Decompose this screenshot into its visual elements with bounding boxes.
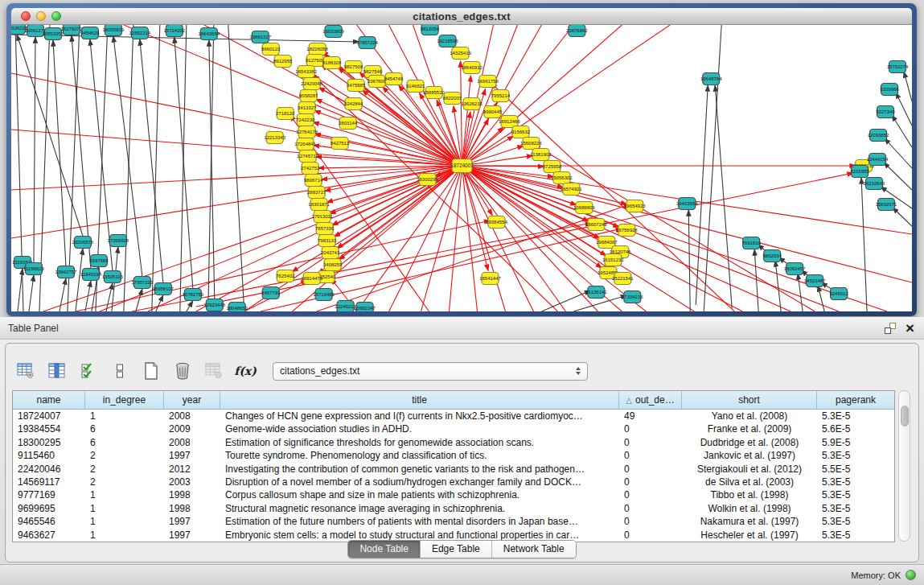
network-node[interactable]: 17957223	[132, 277, 154, 289]
network-node[interactable]: 13942757	[55, 266, 77, 278]
network-node[interactable]: 2742753	[301, 163, 320, 175]
minimize-window-icon[interactable]	[36, 11, 46, 21]
network-node[interactable]: 16648784	[700, 73, 722, 85]
network-node[interactable]: 12764178	[296, 126, 318, 138]
column-header-title[interactable]: title	[220, 391, 619, 410]
network-node[interactable]: 8725958	[543, 161, 562, 173]
table-row[interactable]: 1938455462009Genome-wide association stu…	[13, 422, 894, 435]
network-node[interactable]: 18301871	[308, 199, 330, 211]
column-header-name[interactable]: name	[13, 391, 85, 410]
network-node[interactable]: 18724007	[450, 159, 474, 173]
table-row[interactable]: 1456911722003Disruption of a novel membe…	[13, 476, 894, 488]
network-node[interactable]: 10688809	[573, 202, 595, 214]
network-node[interactable]: 9990445	[483, 106, 503, 118]
network-node[interactable]: 12093852	[868, 130, 889, 142]
network-node[interactable]: 15608226	[520, 138, 542, 150]
network-node[interactable]: 9806714	[304, 175, 323, 187]
network-node[interactable]: 9329966	[880, 84, 899, 96]
network-node[interactable]: 15724202	[164, 25, 186, 37]
network-node[interactable]: 9156632	[511, 126, 531, 138]
network-node[interactable]: 12444154	[867, 154, 889, 166]
unselect-all-icon[interactable]	[109, 360, 130, 381]
network-node[interactable]: 3408259	[323, 259, 343, 271]
network-node[interactable]: 18226058	[306, 43, 328, 56]
network-node[interactable]: 8215955	[850, 166, 869, 178]
network-node[interactable]: 12652214	[129, 27, 151, 39]
network-node[interactable]: 12745712	[297, 150, 318, 163]
network-node[interactable]: 19384554	[486, 216, 507, 229]
show-columns-icon[interactable]	[47, 360, 68, 381]
select-all-icon[interactable]	[78, 360, 99, 381]
network-node[interactable]: 15276072	[61, 25, 83, 35]
new-table-icon[interactable]	[141, 360, 162, 381]
network-node[interactable]: 12923448	[203, 299, 225, 311]
network-node[interactable]: 16914479	[301, 273, 322, 285]
network-node[interactable]: 15885520	[423, 87, 445, 99]
network-node[interactable]: 20876862	[566, 25, 588, 37]
network-node[interactable]: 16210643	[864, 178, 885, 190]
network-node[interactable]: 17913011	[312, 211, 334, 223]
network-node[interactable]: 22420046	[301, 78, 322, 90]
network-node[interactable]: 9457791	[261, 287, 281, 299]
memory-ok-icon[interactable]	[906, 570, 916, 580]
network-node[interactable]: 7625402	[276, 270, 295, 282]
column-header-out_de[interactable]: △out_de…	[619, 391, 682, 410]
network-node[interactable]: 12249217	[335, 301, 356, 312]
network-canvas[interactable]: 1822605891275081654338222420046805828734…	[11, 25, 912, 311]
network-node[interactable]: 8427512	[331, 138, 350, 150]
network-node[interactable]: 9245012	[829, 288, 848, 300]
tab-network-table[interactable]: Network Table	[492, 541, 576, 558]
network-node[interactable]: 3475685	[347, 80, 366, 92]
network-node[interactable]: 2883727	[307, 187, 326, 199]
tab-edge-table[interactable]: Edge Table	[421, 541, 492, 558]
network-node[interactable]: 19218596	[437, 35, 458, 47]
network-node[interactable]: 19756928	[616, 225, 638, 237]
network-node[interactable]: 8813054	[421, 25, 440, 35]
network-node[interactable]: 8822037	[443, 93, 462, 105]
table-row[interactable]: 1830029562008Estimation of significance …	[13, 436, 894, 449]
network-node[interactable]: 9827508	[344, 61, 363, 73]
network-node[interactable]: 16092457	[784, 263, 806, 275]
network-node[interactable]: 15692971	[876, 199, 897, 211]
network-node[interactable]: 16643894	[198, 28, 220, 40]
network-node[interactable]: 16403954	[676, 198, 698, 210]
network-node[interactable]: 8454749	[384, 73, 404, 85]
table-mode-icon[interactable]	[15, 360, 36, 381]
network-node[interactable]: 25221541	[612, 273, 634, 285]
network-view-window[interactable]: citations_edges.txt 18226058912750816543…	[6, 3, 917, 316]
network-node[interactable]: 11381902	[530, 149, 552, 161]
network-node[interactable]: 11945194	[80, 269, 102, 281]
network-node[interactable]: 18640910	[461, 62, 483, 74]
close-panel-icon[interactable]: ×	[906, 323, 914, 334]
table-row[interactable]: 969969511998Structural magnetic resonanc…	[13, 502, 894, 515]
table-vertical-scrollbar[interactable]	[898, 390, 910, 542]
network-node[interactable]: 16958107	[153, 283, 175, 295]
network-node[interactable]: 16055819	[103, 25, 125, 36]
network-node[interactable]: 9397588	[89, 255, 109, 267]
network-node[interactable]: 14523487	[804, 275, 826, 287]
network-node[interactable]: 9454626	[80, 27, 100, 39]
network-node[interactable]: 7983133	[318, 235, 337, 247]
column-header-in_degree[interactable]: in_degree	[85, 391, 164, 410]
function-builder-icon[interactable]: f(x)	[235, 360, 256, 381]
network-node[interactable]: 16961758	[477, 76, 499, 88]
network-node[interactable]: 16543382	[295, 66, 317, 78]
network-node[interactable]: 17359928	[108, 235, 129, 247]
network-node[interactable]: 16151232	[602, 254, 624, 266]
network-node[interactable]: 13505115	[102, 271, 124, 283]
column-header-year[interactable]: year	[164, 391, 220, 410]
network-node[interactable]: 16574921	[561, 183, 582, 196]
network-node[interactable]: 15716485	[313, 289, 335, 301]
network-node[interactable]: 13626215	[461, 98, 483, 110]
table-row[interactable]: 946554611997Estimation of the future num…	[13, 515, 894, 528]
network-node[interactable]: 10982347	[354, 303, 376, 312]
network-node[interactable]: 2043743	[321, 247, 340, 259]
network-node[interactable]: 8058287	[299, 90, 318, 102]
network-node[interactable]: 16541447	[479, 273, 501, 285]
network-node[interactable]: 19861317	[249, 31, 271, 43]
network-node[interactable]: 15751074	[887, 61, 909, 73]
network-node[interactable]: 2803144	[339, 117, 358, 130]
table-selector-dropdown[interactable]: citations_edges.txt	[273, 362, 588, 381]
table-row[interactable]: 977716911998Corpus callosum shape and si…	[13, 488, 894, 501]
network-node[interactable]: 14325419	[450, 47, 471, 60]
